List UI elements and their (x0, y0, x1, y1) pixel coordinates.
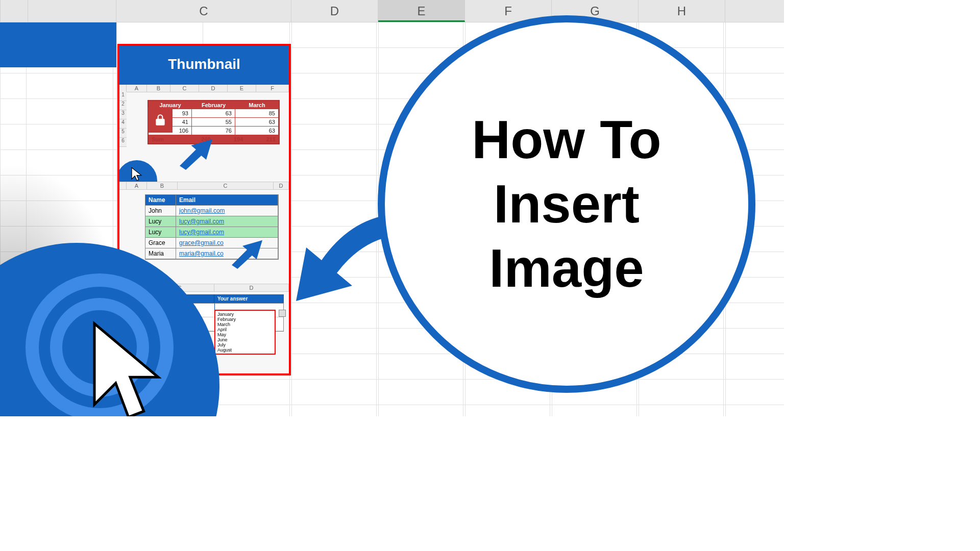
col-header-blank[interactable] (0, 0, 28, 22)
dropdown-list[interactable]: JanuaryFebruaryMarchAprilMayJuneJulyAugu… (214, 310, 276, 355)
lock-icon (148, 107, 173, 133)
column-headers: C D E F G H (0, 0, 784, 22)
thumbnail-title: Thumbnail (119, 46, 289, 85)
col-header-E[interactable]: E (378, 0, 465, 22)
col-header-H[interactable]: H (639, 0, 725, 22)
col-header-D[interactable]: D (291, 0, 378, 22)
row-highlight (0, 22, 116, 67)
svg-marker-0 (180, 139, 212, 170)
title-badge: How To Insert Image (378, 15, 755, 393)
arrow-icon (176, 136, 216, 171)
click-logo-icon (117, 160, 157, 183)
col-header-B-partial[interactable] (28, 0, 116, 22)
mini-sheet-locked: A B C D E F 1 2 3 4 5 6 January February… (119, 85, 289, 182)
title-text: How To Insert Image (472, 108, 661, 300)
chevron-down-icon[interactable] (279, 310, 286, 317)
arrow-icon (227, 238, 267, 269)
svg-marker-1 (232, 240, 262, 269)
col-header-C[interactable]: C (116, 0, 291, 22)
